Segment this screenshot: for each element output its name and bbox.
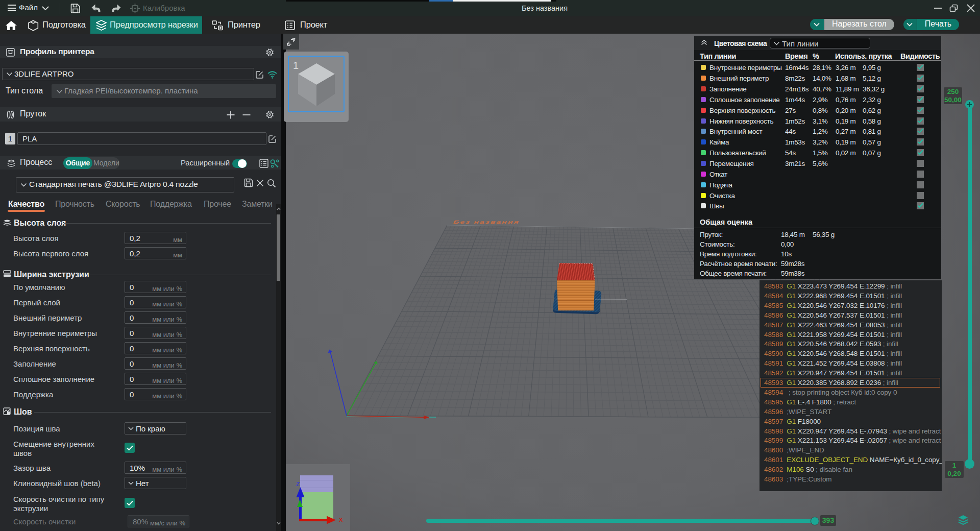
svg-text:Без названия: Без названия bbox=[452, 219, 521, 224]
